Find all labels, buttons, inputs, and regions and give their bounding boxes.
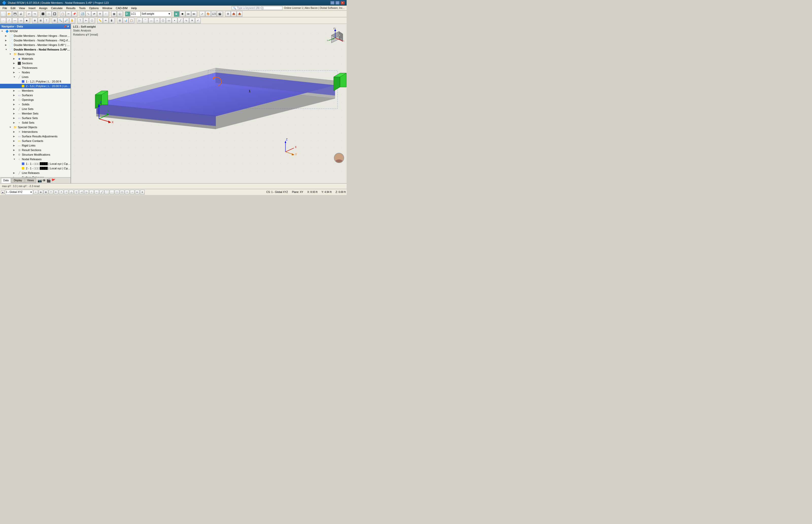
bottom-snap9[interactable]: ▽ — [74, 190, 79, 195]
bottom-curve-btn[interactable]: ⌒ — [104, 190, 109, 195]
tree-file4[interactable]: ▼ 📄 Double Members - Nodal Releases 3.rf… — [0, 47, 70, 52]
minimize-btn[interactable]: — — [331, 1, 335, 4]
tree-nr2[interactable]: 2 - 1 - □□□ ████ | Local xyz | Cφ,x : 0.… — [0, 166, 70, 170]
toolbar2-solid[interactable]: ■ — [24, 18, 30, 23]
menu-options[interactable]: Options — [87, 6, 100, 10]
tree-materials[interactable]: ▶ ◆ Materials — [0, 56, 70, 61]
bottom-snap8[interactable]: △ — [69, 190, 73, 195]
toolbar2-line[interactable]: / — [6, 18, 12, 23]
nav-flag-icon[interactable]: 🚩 — [51, 179, 55, 182]
tree-file1[interactable]: ▶ 📄 Double Members - Member Hinges - Rec… — [0, 33, 70, 38]
toolbar2-surface[interactable]: ▭ — [18, 18, 23, 23]
tree-basic-objects[interactable]: ▼ 📁 Basic Objects — [0, 52, 70, 56]
tree-solids[interactable]: ▶ ▪ Solids — [0, 102, 70, 107]
menu-results[interactable]: Results — [65, 6, 77, 10]
bottom-snap5[interactable]: ⊢ — [54, 190, 58, 195]
toolbar2-snap[interactable]: ⊕ — [32, 18, 37, 23]
tree-linereleases[interactable]: ▶ ╱ Line Releases — [0, 170, 70, 175]
bottom-edit-btn[interactable]: ✏ — [135, 190, 139, 195]
toolbar-rotate[interactable]: 🔄 — [80, 11, 85, 17]
menu-edit[interactable]: Edit — [9, 6, 17, 10]
viewport[interactable]: LC1 - Self-weight Static Analysis Rotati… — [71, 24, 346, 183]
tree-thicknesses[interactable]: ▶ ▬ Thicknesses — [0, 65, 70, 70]
tree-line2[interactable]: 2 - 5,6 | Polyline | L : 20.00 ft | Line… — [0, 84, 70, 88]
tree-file3[interactable]: ▶ 📄 Double Members - Member Hinges 3.rf6… — [0, 43, 70, 47]
bottom-del-btn[interactable]: ✕ — [140, 190, 145, 195]
bottom-snap13[interactable]: ↔ — [95, 190, 99, 195]
toolbar2-zoom-all[interactable]: ⊞ — [52, 18, 57, 23]
toolbar-multi[interactable]: 🔲 — [52, 11, 57, 17]
tree-special-objects[interactable]: ▼ 📁 Special Objects — [0, 125, 70, 130]
nav-tab-views[interactable]: Views — [25, 178, 36, 183]
menu-cadbim[interactable]: CAD-BIM — [114, 6, 129, 10]
toolbar2-delete[interactable]: 🗑 — [109, 18, 115, 23]
tree-nodalreleases[interactable]: ▼ ○ Nodal Releases — [0, 157, 70, 162]
toolbar-export[interactable]: 📤 — [231, 11, 237, 17]
bottom-snap7[interactable]: ⊣ — [64, 190, 68, 195]
toolbar-settings[interactable]: ⚙ — [225, 11, 231, 17]
navigator-close-btn[interactable]: ✕ — [67, 25, 69, 28]
toolbar-scale[interactable]: ⤡ — [85, 11, 91, 17]
menu-file[interactable]: File — [1, 6, 9, 10]
toolbar2-grid[interactable]: ⊞ — [38, 18, 44, 23]
toolbar-select[interactable]: ⬛ — [40, 11, 46, 17]
tree-openings[interactable]: ▶ □ Openings — [0, 98, 70, 102]
toolbar2-table[interactable]: 📋 — [129, 18, 134, 23]
toolbar2-spline[interactable]: ∿ — [184, 18, 189, 23]
compass-cube[interactable]: F T R Z+ Y+ X+ — [326, 27, 344, 44]
bottom-snap4[interactable]: ⊤ — [49, 190, 53, 195]
toolbar-next[interactable]: ⏭ — [191, 11, 197, 17]
bottom-cs-combo[interactable]: 1 - Global XYZ ▼ — [5, 190, 33, 195]
search-input[interactable] — [237, 6, 277, 10]
tree-intersections[interactable]: ▶ ✕ Intersections — [0, 130, 70, 134]
toolbar2-curve[interactable]: ⌒ — [142, 18, 148, 23]
menu-tools[interactable]: Tools — [78, 6, 87, 10]
toolbar2-circle[interactable]: ○ — [154, 18, 160, 23]
toolbar2-measure[interactable]: 📏 — [97, 18, 103, 23]
toolbar2-point[interactable]: • — [172, 18, 177, 23]
bottom-line-btn[interactable]: ╱ — [100, 190, 104, 195]
toolbar2-member[interactable]: — — [12, 18, 18, 23]
tree-surfcontacts[interactable]: ▶ ▭ Surface Contacts — [0, 138, 70, 143]
tree-line1[interactable]: 1 - 1,2 | Polyline | L : 20.00 ft — [0, 79, 70, 84]
toolbar-open[interactable]: 📂 — [6, 11, 12, 17]
tree-root-rfem[interactable]: ▼ 🔷 RFEM — [0, 29, 70, 33]
toolbar-render[interactable]: ▦ — [111, 11, 117, 17]
bottom-cross-btn[interactable]: + — [125, 190, 130, 195]
toolbar2-check[interactable]: ✓ — [195, 18, 201, 23]
bottom-snap11[interactable]: ▷ — [84, 190, 89, 195]
bottom-hex-btn[interactable]: ⬡ — [120, 190, 124, 195]
toolbar2-node[interactable]: · — [0, 18, 6, 23]
toolbar2-top[interactable]: ⊤ — [78, 18, 83, 23]
toolbar2-cross[interactable]: ✕ — [189, 18, 195, 23]
menu-insert[interactable]: Insert — [27, 6, 37, 10]
tree-solidsets[interactable]: ▶ ▪ Solid Sets — [0, 120, 70, 125]
navigator-pin-btn[interactable]: 📌 — [64, 25, 67, 28]
toolbar-import[interactable]: 📥 — [237, 11, 242, 17]
toolbar2-rect[interactable]: ▭ — [166, 18, 171, 23]
tree-structmod[interactable]: ▶ ⚙ Structure Modifications — [0, 152, 70, 157]
menu-window[interactable]: Window — [101, 6, 114, 10]
bottom-dot-btn[interactable]: · — [109, 190, 114, 195]
toolbar-move[interactable]: ✛ — [97, 11, 103, 17]
toolbar-box[interactable]: □ — [46, 11, 51, 17]
toolbar-redo[interactable]: ↪ — [32, 11, 37, 17]
toolbar2-shape[interactable]: ▷ — [137, 18, 142, 23]
toolbar-prev[interactable]: ⏮ — [186, 11, 191, 17]
lc-id-combo[interactable]: LC1 — [131, 12, 140, 16]
tree-rigidlinks[interactable]: ▶ — Rigid Links — [0, 143, 70, 148]
toolbar-extrude[interactable]: ↑ — [103, 11, 108, 17]
toolbar-new[interactable]: 📄 — [0, 11, 6, 17]
menu-assign[interactable]: Assign — [37, 6, 49, 10]
close-btn[interactable]: ✕ — [340, 1, 344, 4]
tree-sections[interactable]: ▶ ⬛ Sections — [0, 61, 70, 65]
maximize-btn[interactable]: □ — [336, 1, 339, 4]
bottom-box-btn[interactable]: □ — [115, 190, 119, 195]
toolbar-values[interactable]: 123 — [211, 11, 217, 17]
toolbar2-zoom-out[interactable]: 🔎 — [64, 18, 69, 23]
toolbar2-arc[interactable]: ⌓ — [149, 18, 154, 23]
tree-nr1[interactable]: 1 - 1 - □□□ ████ | Local xyz | Cφ,x : 0.… — [0, 162, 70, 166]
toolbar2-pan[interactable]: ✋ — [69, 18, 75, 23]
toolbar-mirror[interactable]: ⇌ — [91, 11, 97, 17]
tree-linesets[interactable]: ▶ ╱ Line Sets — [0, 107, 70, 111]
